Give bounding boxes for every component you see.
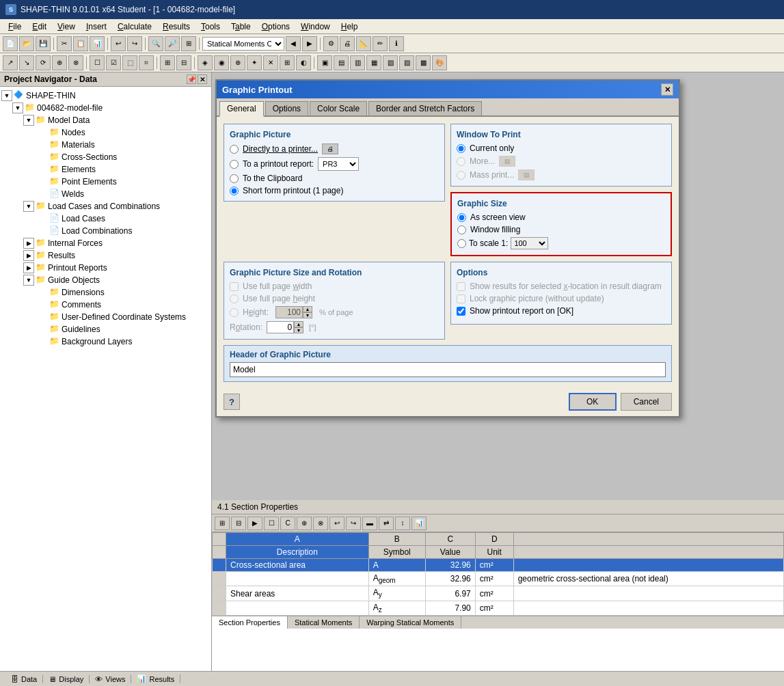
tbl-btn-5[interactable]: C <box>280 517 295 530</box>
bottom-tab-section-props[interactable]: Section Properties <box>212 616 288 629</box>
tree-item-guidelines[interactable]: 📁 Guidelines <box>0 323 211 335</box>
rotation-up-btn[interactable]: ▲ <box>294 321 303 327</box>
cancel-button[interactable]: Cancel <box>621 393 672 411</box>
toolbar2-btn-2[interactable]: ↘ <box>19 55 34 70</box>
tbl-btn-1[interactable]: ⊞ <box>215 517 230 530</box>
toolbar2-btn-19[interactable]: ▣ <box>317 55 332 70</box>
toolbar-undo[interactable]: ↩ <box>111 36 126 51</box>
rotation-input[interactable] <box>267 321 294 333</box>
bottom-tab-warping[interactable]: Warping Statical Moments <box>360 616 461 629</box>
radio-fullpage-height[interactable] <box>230 294 239 303</box>
tree-item-welds[interactable]: 📄 Welds <box>0 188 211 200</box>
tbl-btn-7[interactable]: ⊗ <box>313 517 328 530</box>
tree-item-comments[interactable]: 📁 Comments <box>0 299 211 311</box>
toolbar-open[interactable]: 📂 <box>19 36 34 51</box>
tbl-btn-2[interactable]: ⊟ <box>231 517 246 530</box>
tree-item-materials[interactable]: 📁 Materials <box>0 139 211 151</box>
radio-printout-report[interactable] <box>230 160 239 169</box>
header-input[interactable] <box>230 362 666 377</box>
expander-model-file[interactable]: ▼ <box>12 102 23 113</box>
toolbar2-btn-1[interactable]: ↗ <box>3 55 18 70</box>
toolbar-new[interactable]: 📄 <box>3 36 18 51</box>
tbl-btn-13[interactable]: 📊 <box>411 517 427 530</box>
show-printout-checkbox[interactable] <box>457 307 465 316</box>
toolbar2-btn-22[interactable]: ▦ <box>366 55 381 70</box>
tree-item-load-cases[interactable]: ▼ 📁 Load Cases and Combinations <box>0 200 211 212</box>
tab-general[interactable]: General <box>219 101 264 117</box>
help-button[interactable]: ? <box>224 394 240 410</box>
tbl-btn-6[interactable]: ⊕ <box>297 517 312 530</box>
dialog-close-btn[interactable]: ✕ <box>661 83 673 96</box>
expander-guide-objects[interactable]: ▼ <box>23 275 34 286</box>
tree-item-internal-forces[interactable]: ▶ 📁 Internal Forces <box>0 237 211 249</box>
toolbar2-btn-11[interactable]: ⊟ <box>176 55 191 70</box>
tab-border-stretch[interactable]: Border and Stretch Factors <box>368 101 482 115</box>
show-results-checkbox[interactable] <box>457 282 465 291</box>
radio-mass-print[interactable] <box>457 171 465 180</box>
tree-item-background-layers[interactable]: 📁 Background Layers <box>0 335 211 348</box>
expander-internal-forces[interactable]: ▶ <box>23 238 34 249</box>
menu-results[interactable]: Results <box>157 20 195 33</box>
expander-model-data[interactable]: ▼ <box>23 115 34 126</box>
tab-color-scale[interactable]: Color Scale <box>310 101 367 115</box>
radio-direct-printer[interactable] <box>230 145 239 154</box>
toolbar-btn-2[interactable]: 📋 <box>73 36 88 51</box>
toolbar-nav-back[interactable]: ◀ <box>286 36 301 51</box>
expander-printout-reports[interactable]: ▶ <box>23 262 34 273</box>
toolbar2-btn-15[interactable]: ✦ <box>247 55 262 70</box>
height-input[interactable] <box>275 306 303 318</box>
tree-item-cross-sections[interactable]: 📁 Cross-Sections <box>0 151 211 163</box>
tree-item-guide-objects[interactable]: ▼ 📁 Guide Objects <box>0 274 211 286</box>
toolbar2-btn-13[interactable]: ◉ <box>214 55 229 70</box>
tbl-btn-8[interactable]: ↩ <box>329 517 344 530</box>
toolbar2-btn-17[interactable]: ⊞ <box>280 55 295 70</box>
toolbar2-btn-14[interactable]: ⊕ <box>230 55 245 70</box>
menu-help[interactable]: Help <box>336 20 364 33</box>
tbl-btn-9[interactable]: ↪ <box>346 517 361 530</box>
toolbar-zoom-out[interactable]: 🔎 <box>165 36 180 51</box>
toolbar2-btn-18[interactable]: ◐ <box>296 55 311 70</box>
toolbar2-btn-12[interactable]: ◈ <box>198 55 213 70</box>
toolbar2-btn-25[interactable]: ▩ <box>416 55 431 70</box>
tree-item-load-cases-sub[interactable]: 📄 Load Cases <box>0 212 211 225</box>
toolbar2-btn-5[interactable]: ⊗ <box>68 55 83 70</box>
toolbar2-btn-21[interactable]: ▥ <box>350 55 365 70</box>
toolbar2-btn-23[interactable]: ▧ <box>383 55 398 70</box>
fullpage-width-checkbox[interactable] <box>230 282 239 291</box>
tree-item-elements[interactable]: 📁 Elements <box>0 163 211 176</box>
menu-window[interactable]: Window <box>295 20 336 33</box>
lock-graphic-checkbox[interactable] <box>457 294 465 303</box>
tree-item-nodes[interactable]: 📁 Nodes <box>0 126 211 139</box>
radio-short-form[interactable] <box>230 187 239 195</box>
scale-select[interactable]: 100 50 200 <box>511 237 548 249</box>
tree-item-model-data[interactable]: ▼ 📁 Model Data <box>0 114 211 126</box>
expander-load-cases[interactable]: ▼ <box>23 201 34 212</box>
toolbar2-btn-4[interactable]: ⊕ <box>52 55 67 70</box>
height-up-btn[interactable]: ▲ <box>303 306 312 312</box>
radio-current-only[interactable] <box>457 144 465 153</box>
toolbar2-btn-16[interactable]: ✕ <box>263 55 278 70</box>
toolbar-btn-b[interactable]: 🖨 <box>340 36 355 51</box>
close-panel-btn[interactable]: ✕ <box>198 74 207 84</box>
toolbar-save[interactable]: 💾 <box>36 36 51 51</box>
radio-clipboard[interactable] <box>230 174 239 183</box>
toolbar-zoom-fit[interactable]: ⊞ <box>181 36 196 51</box>
ok-button[interactable]: OK <box>569 393 617 411</box>
menu-view[interactable]: View <box>52 20 81 33</box>
pin-btn[interactable]: 📌 <box>187 74 196 84</box>
col-header-a[interactable]: A <box>226 533 369 546</box>
toolbar-btn-d[interactable]: ✏ <box>373 36 388 51</box>
toolbar2-btn-7[interactable]: ☑ <box>106 55 121 70</box>
menu-options[interactable]: Options <box>256 20 295 33</box>
tab-options[interactable]: Options <box>265 101 308 115</box>
tree-item-point-elements[interactable]: 📁 Point Elements <box>0 176 211 188</box>
tree-item-printout-reports[interactable]: ▶ 📁 Printout Reports <box>0 262 211 274</box>
menu-edit[interactable]: Edit <box>27 20 52 33</box>
toolbar-view-combo[interactable]: Statical Moments O-u [cm^3] <box>202 37 284 51</box>
toolbar2-btn-9[interactable]: ⌗ <box>139 55 154 70</box>
toolbar2-btn-3[interactable]: ⟳ <box>36 55 51 70</box>
toolbar-btn-e[interactable]: ℹ <box>389 36 404 51</box>
radio-to-scale[interactable] <box>457 239 466 248</box>
toolbar2-btn-10[interactable]: ⊞ <box>160 55 175 70</box>
expander-shape-thin[interactable]: ▼ <box>1 90 12 101</box>
